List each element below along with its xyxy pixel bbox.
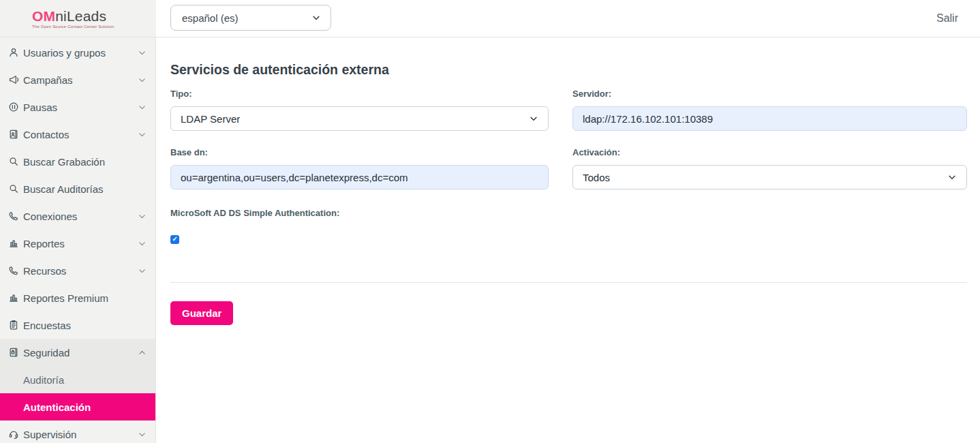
main-content: Servicios de autenticación externa Tipo:… — [156, 37, 980, 443]
language-select[interactable]: español (es) — [170, 5, 331, 31]
user-icon — [7, 47, 19, 59]
ms-ad-simple-auth-label: MicroSoft AD DS Simple Authentication: — [170, 208, 549, 218]
language-select-value: español (es) — [182, 12, 239, 24]
activacion-label: Activación: — [572, 147, 967, 157]
tipo-label: Tipo: — [170, 89, 549, 99]
megaphone-icon — [7, 74, 19, 86]
sidebar-subitem-label: Autenticación — [23, 401, 91, 413]
sidebar-item-label: Usuarios y grupos — [23, 47, 138, 59]
base-dn-label: Base dn: — [170, 147, 549, 157]
security-icon — [7, 347, 19, 358]
ms-ad-simple-auth-checkbox[interactable] — [170, 235, 179, 244]
field-tipo: Tipo: LDAP Server — [170, 89, 549, 131]
chevron-down-icon — [138, 266, 147, 275]
logo-tagline: The Open Source Contact Center Solution — [32, 25, 156, 29]
sidebar-item-pausas[interactable]: Pausas — [0, 93, 155, 121]
sidebar-item-encuestas[interactable]: Encuestas — [0, 311, 155, 339]
chevron-up-icon — [138, 348, 147, 357]
sidebar-item-buscar-grabacion[interactable]: Buscar Grabación — [0, 148, 155, 175]
sidebar-item-label: Conexiones — [23, 211, 138, 222]
tipo-select[interactable]: LDAP Server — [170, 106, 549, 131]
top-bar: OMniLeads The Open Source Contact Center… — [0, 0, 980, 37]
sidebar-item-recursos[interactable]: Recursos — [0, 257, 155, 284]
sidebar-item-label: Buscar Auditorías — [23, 183, 147, 195]
logo: OMniLeads The Open Source Contact Center… — [0, 0, 156, 37]
servidor-label: Servidor: — [572, 89, 967, 99]
chevron-down-icon — [138, 239, 147, 248]
search-icon — [7, 156, 19, 168]
field-ms-ad-simple-auth: MicroSoft AD DS Simple Authentication: — [170, 208, 549, 247]
sidebar-subitem-auditoria[interactable]: Auditoría — [0, 366, 155, 393]
tipo-select-value: LDAP Server — [181, 113, 240, 125]
field-servidor: Servidor: — [572, 89, 967, 131]
sidebar-item-label: Pausas — [23, 102, 138, 113]
activacion-select-value: Todos — [583, 172, 610, 183]
sidebar-item-usuarios-y-grupos[interactable]: Usuarios y grupos — [0, 39, 155, 66]
chevron-down-icon — [311, 13, 321, 22]
sidebar-subitem-autenticacion[interactable]: Autenticación — [0, 393, 155, 421]
sidebar-item-conexiones[interactable]: Conexiones — [0, 202, 155, 230]
pause-icon — [7, 102, 19, 113]
sidebar-item-buscar-auditorias[interactable]: Buscar Auditorías — [0, 175, 155, 202]
sidebar-item-label: Encuestas — [23, 320, 147, 331]
sidebar-item-supervision[interactable]: Supervisión — [0, 421, 155, 443]
sidebar-nav: Usuarios y grupos Campañas Pausas Contac… — [0, 37, 156, 443]
search-icon — [7, 183, 19, 195]
headset-icon — [7, 429, 19, 440]
servidor-input[interactable] — [572, 106, 967, 131]
base-dn-input[interactable] — [170, 165, 549, 189]
clipboard-icon — [7, 320, 19, 331]
sidebar-item-label: Buscar Grabación — [23, 156, 147, 168]
logout-link[interactable]: Salir — [936, 0, 958, 37]
chevron-down-icon — [947, 172, 957, 182]
bar-chart-icon — [7, 238, 19, 249]
logo-suffix: niLeads — [55, 8, 106, 24]
sidebar-subitem-label: Auditoría — [23, 374, 64, 386]
omnileads-app: OMniLeads The Open Source Contact Center… — [0, 0, 980, 443]
field-activacion: Activación: Todos — [572, 147, 967, 189]
form-divider — [170, 282, 967, 283]
sidebar-item-label: Seguridad — [23, 347, 138, 358]
sidebar-item-label: Campañas — [23, 74, 138, 86]
address-book-icon — [7, 129, 19, 140]
chevron-down-icon — [529, 114, 538, 123]
sidebar-item-contactos[interactable]: Contactos — [0, 121, 155, 148]
sidebar-item-label: Supervisión — [23, 429, 138, 440]
chevron-down-icon — [138, 103, 147, 112]
activacion-select[interactable]: Todos — [572, 165, 967, 189]
chevron-down-icon — [138, 430, 147, 439]
sidebar-item-label: Reportes — [23, 238, 138, 249]
logo-text: OMniLeads — [32, 9, 156, 23]
sidebar-item-label: Contactos — [23, 129, 138, 140]
sidebar-item-reportes-premium[interactable]: Reportes Premium — [0, 284, 155, 311]
phone-icon — [7, 211, 19, 222]
sidebar-group-seguridad: Seguridad Auditoría Autenticación — [0, 339, 155, 421]
sidebar-item-seguridad[interactable]: Seguridad — [0, 339, 155, 366]
chevron-down-icon — [138, 76, 147, 85]
sidebar-item-label: Recursos — [23, 265, 138, 277]
chevron-down-icon — [138, 130, 147, 139]
logo-prefix: OM — [32, 8, 55, 24]
phone-icon — [7, 265, 19, 277]
chevron-down-icon — [138, 212, 147, 221]
field-base-dn: Base dn: — [170, 147, 549, 189]
sidebar-item-campanas[interactable]: Campañas — [0, 66, 155, 93]
sidebar-item-reportes[interactable]: Reportes — [0, 230, 155, 257]
bar-chart-icon — [7, 292, 19, 304]
page-title: Servicios de autenticación externa — [170, 62, 967, 78]
sidebar-item-label: Reportes Premium — [23, 292, 147, 304]
chevron-down-icon — [138, 48, 147, 57]
save-button[interactable]: Guardar — [170, 301, 233, 325]
auth-form: Tipo: LDAP Server Servidor: Base dn: Act… — [170, 89, 967, 247]
